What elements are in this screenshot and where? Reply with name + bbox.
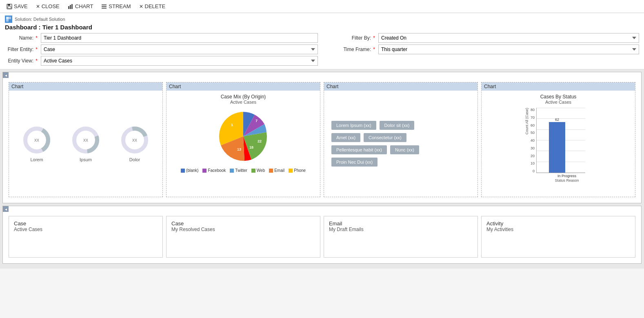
name-input[interactable] [41, 33, 318, 43]
chart-header-4: Chart [482, 82, 635, 91]
tags-section: Lorem Ipsum (xx) Dolor sit (xx) Amet (xx… [327, 94, 474, 193]
legend-color-facebook [202, 169, 207, 173]
tag-dolor-sit[interactable]: Dolor sit (xx) [380, 121, 415, 130]
form-grid: Name: * Filter Entity: * Case Entity Vie… [5, 33, 639, 67]
y-axis-label: Count All (Case) [525, 108, 529, 135]
entity-view-label: Entity View: * [5, 58, 38, 64]
svg-text:1: 1 [231, 123, 233, 127]
chart-cell-bar: Chart Cases By Status Active Cases Count… [481, 82, 635, 197]
list-cell-3[interactable]: Email My Draft Emails [324, 216, 478, 258]
charts-section: ◂ Chart xx Lorem [2, 72, 642, 203]
donut-svg-3: xx [120, 125, 149, 155]
tags-row-2: Amet (xx) Consectetur (xx) [331, 133, 470, 142]
chart-button[interactable]: CHART [64, 2, 97, 10]
list-cell-1[interactable]: Case Active Cases [9, 216, 163, 258]
svg-rect-10 [9, 17, 11, 19]
legend-email: Email [269, 168, 284, 173]
name-row: Name: * [5, 33, 318, 43]
list-entity-3: Email [329, 220, 473, 227]
tag-consectetur[interactable]: Consectetur (xx) [364, 133, 406, 142]
bar-chart-section: Cases By Status Active Cases Count All (… [485, 94, 632, 193]
chart-header-1: Chart [9, 82, 162, 91]
lists-section: ◂ Case Active Cases Case My Resolved Cas… [2, 206, 642, 264]
bar-in-progress: 62 [549, 118, 565, 173]
tags-row-1: Lorem Ipsum (xx) Dolor sit (xx) [331, 121, 470, 130]
list-entity-2: Case [171, 220, 315, 227]
svg-rect-3 [68, 6, 69, 9]
svg-text:13: 13 [237, 147, 241, 151]
save-button[interactable]: SAVE [3, 2, 31, 10]
legend-color-blank [181, 169, 185, 173]
list-cell-2[interactable]: Case My Resolved Cases [166, 216, 320, 258]
charts-section-handle[interactable]: ◂ [3, 72, 9, 78]
solution-line: Solution: Default Solution [5, 16, 639, 23]
tag-nunc[interactable]: Nunc (xx) [390, 145, 419, 154]
pie-subtitle: Active Cases [230, 100, 256, 105]
donut-svg-2: xx [71, 125, 100, 155]
entity-view-select[interactable]: Active Cases [41, 56, 318, 66]
legend-color-web [251, 169, 255, 173]
svg-rect-6 [102, 4, 107, 5]
bar-rect [549, 122, 565, 173]
chart-header-3: Chart [324, 82, 477, 91]
charts-row: Chart xx Lorem [3, 72, 641, 203]
legend-color-phone [289, 169, 293, 173]
list-view-4: My Activities [486, 227, 630, 232]
tag-pellentesque[interactable]: Pellentesque habit (xx) [331, 145, 387, 154]
svg-text:xx: xx [34, 137, 39, 143]
tag-lorem-ipsum[interactable]: Lorem Ipsum (xx) [331, 121, 376, 130]
main-content: ◂ Chart xx Lorem [0, 69, 644, 269]
legend-blank: (blank) [181, 168, 199, 173]
legend-phone: Phone [289, 168, 306, 173]
list-entity-4: Activity [486, 220, 630, 227]
filter-entity-select[interactable]: Case [41, 44, 318, 54]
svg-text:xx: xx [83, 137, 88, 143]
legend-color-twitter [230, 169, 234, 173]
legend-color-email [269, 169, 273, 173]
entity-view-row: Entity View: * Active Cases [5, 56, 318, 66]
time-frame-select[interactable]: This quarter [378, 44, 639, 54]
tags-row-3: Pellentesque habit (xx) Nunc (xx) [331, 145, 470, 154]
filter-by-row: Filter By: * Created On [342, 33, 639, 43]
stream-icon [101, 4, 107, 9]
dashboard-title: Dashboard : Tier 1 Dashboard [5, 24, 639, 31]
svg-rect-8 [102, 8, 107, 9]
donut-section: xx Lorem xx Ipsum [12, 94, 159, 193]
donut-label-3: Dolor [129, 157, 140, 162]
svg-rect-1 [8, 4, 10, 6]
filter-by-label: Filter By: * [342, 35, 375, 41]
svg-text:22: 22 [258, 139, 262, 143]
stream-button[interactable]: STREAM [98, 2, 134, 10]
pie-legend: (blank) Facebook Twitter Web [181, 168, 306, 173]
donut-svg-1: xx [22, 125, 51, 155]
header-area: Solution: Default Solution Dashboard : T… [0, 13, 644, 69]
legend-facebook: Facebook [202, 168, 226, 173]
time-frame-row: Time Frame: * This quarter [342, 44, 639, 54]
pie-title: Case Mix (By Origin) [221, 94, 266, 100]
svg-text:xx: xx [132, 137, 137, 143]
delete-icon: ✕ [139, 4, 143, 9]
bar-chart-plot: 62 [536, 108, 585, 173]
lists-row: Case Active Cases Case My Resolved Cases… [3, 206, 641, 263]
solution-label: Solution: Default Solution [15, 17, 65, 22]
tag-amet[interactable]: Amet (xx) [331, 133, 360, 142]
svg-rect-2 [8, 7, 11, 9]
solution-icon [5, 16, 12, 23]
chart-cell-donut: Chart xx Lorem [9, 82, 163, 197]
bar-chart-title: Cases By Status [540, 94, 577, 100]
filter-entity-row: Filter Entity: * Case [5, 44, 318, 54]
name-label: Name: * [5, 35, 38, 41]
list-cell-4[interactable]: Activity My Activities [481, 216, 635, 258]
donut-item-1: xx Lorem [22, 125, 51, 162]
lists-section-handle[interactable]: ◂ [3, 206, 9, 212]
time-frame-label: Time Frame: * [342, 47, 375, 52]
tags-row-4: Proin Nec Dui (xx) [331, 158, 470, 167]
tag-proin[interactable]: Proin Nec Dui (xx) [331, 158, 378, 167]
svg-rect-11 [6, 19, 9, 22]
save-icon [7, 4, 12, 9]
chart-icon [68, 4, 73, 9]
chart-cell-tags: Chart Lorem Ipsum (xx) Dolor sit (xx) Am… [324, 82, 478, 197]
close-button[interactable]: ✕ CLOSE [33, 2, 63, 10]
filter-by-select[interactable]: Created On [378, 33, 639, 43]
delete-button[interactable]: ✕ DELETE [136, 2, 169, 10]
